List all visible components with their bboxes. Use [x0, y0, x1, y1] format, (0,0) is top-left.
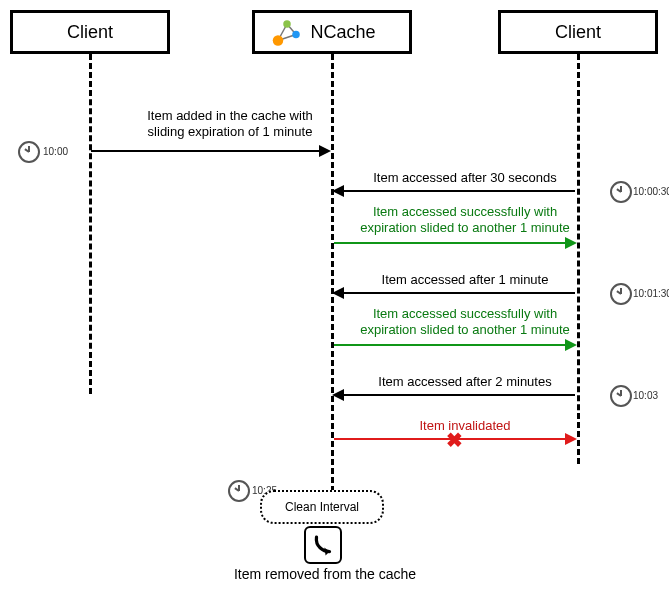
lifeline-client-right [577, 54, 580, 464]
arrow-success-1 [334, 242, 575, 244]
clock-time: 10:00:30 [633, 186, 669, 197]
arrowhead-right-icon [565, 339, 577, 351]
arrow-access-1m [334, 292, 575, 294]
svg-point-5 [273, 35, 284, 46]
arrow-add-item [91, 150, 329, 152]
message-label-invalidated: Item invalidated [335, 418, 595, 434]
clock-icon [610, 283, 632, 305]
arrowhead-right-icon [565, 237, 577, 249]
svg-point-3 [283, 20, 291, 28]
arrowhead-right-icon [565, 433, 577, 445]
arrowhead-left-icon [332, 389, 344, 401]
participant-label: Client [555, 22, 601, 43]
clock-icon [228, 480, 250, 502]
clean-interval-note: Clean Interval [260, 490, 384, 524]
ncache-logo-icon [272, 18, 302, 48]
message-label-access-30s: Item accessed after 30 seconds [335, 170, 595, 186]
arrowhead-right-icon [319, 145, 331, 157]
message-label-access-1m: Item accessed after 1 minute [335, 272, 595, 288]
arrowhead-left-icon [332, 185, 344, 197]
remove-caption: Item removed from the cache [200, 566, 450, 582]
remove-action-icon [304, 526, 342, 564]
sequence-diagram: Client NCache Client Item added in the c… [0, 0, 669, 595]
participant-label: NCache [310, 22, 375, 43]
clock-time: 10:03 [633, 390, 658, 401]
clock-icon [18, 141, 40, 163]
arrow-invalidated: ✖ [334, 438, 575, 440]
message-label-access-2m: Item accessed after 2 minutes [335, 374, 595, 390]
message-label-success-2: Item accessed successfully withexpiratio… [335, 306, 595, 339]
message-label-success-1: Item accessed successfully withexpiratio… [335, 204, 595, 237]
participant-client-right: Client [498, 10, 658, 54]
arrow-success-2 [334, 344, 575, 346]
arrow-access-2m [334, 394, 575, 396]
lifeline-client-left [89, 54, 92, 394]
arrowhead-left-icon [332, 287, 344, 299]
participant-client-left: Client [10, 10, 170, 54]
clock-time: 10:01:30 [633, 288, 669, 299]
clean-interval-label: Clean Interval [285, 500, 359, 514]
message-label-add-item: Item added in the cache withsliding expi… [100, 108, 360, 141]
clock-icon [610, 385, 632, 407]
participant-label: Client [67, 22, 113, 43]
clock-icon [610, 181, 632, 203]
cross-icon: ✖ [446, 428, 463, 452]
clock-time: 10:00 [43, 146, 68, 157]
svg-point-4 [292, 31, 300, 39]
arrow-access-30s [334, 190, 575, 192]
